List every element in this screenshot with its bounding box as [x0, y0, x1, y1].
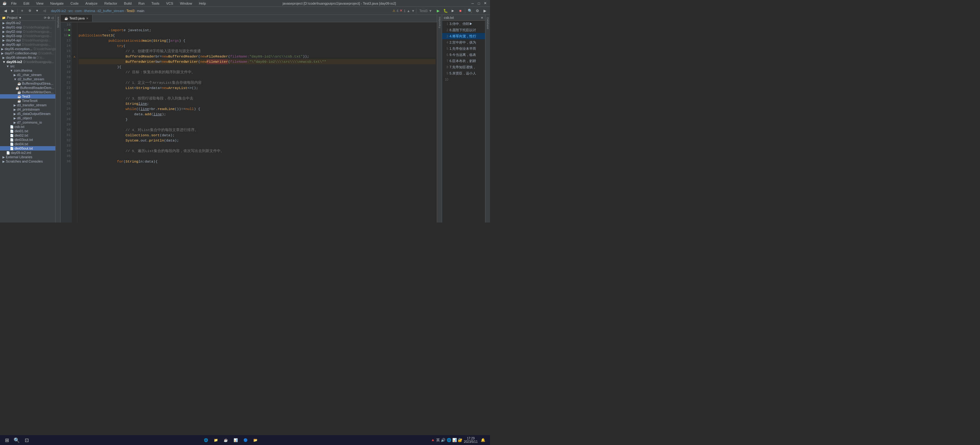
- tree-item-day02oop[interactable]: ▶ day02-oop D:\code\huangpuip...: [0, 29, 56, 34]
- tree-item-timetest4[interactable]: ☕ TimeTest4: [0, 98, 56, 103]
- nav-down-btn[interactable]: ▼: [411, 9, 415, 13]
- folder-icon: ▶: [3, 25, 5, 29]
- menu-tools[interactable]: Tools: [149, 1, 162, 6]
- tree-item-day05api[interactable]: ▶ day05-api D:\code\huangpuip...: [0, 42, 56, 47]
- tree-label: d1_char_stream: [17, 73, 42, 77]
- tree-item-day03oop[interactable]: ▶ day03-oop D:\code\huangpuip...: [0, 34, 56, 38]
- nav-up-btn[interactable]: ▲: [407, 9, 410, 13]
- menu-help[interactable]: Help: [196, 1, 208, 6]
- back-btn[interactable]: ◀: [2, 8, 9, 14]
- breadcrumb-item-4[interactable]: d2_buffer_stream: [97, 9, 124, 13]
- tree-item-bufferedinputstream[interactable]: ☕ BufferedInputStrea...: [0, 81, 56, 86]
- tree-item-dlei04[interactable]: 📄 dlei04.txt: [0, 142, 56, 146]
- code-content[interactable]: …import e javatoList; public class Test3…: [77, 22, 437, 223]
- maximize-btn[interactable]: □: [476, 1, 481, 6]
- menu-run[interactable]: Run: [136, 1, 147, 6]
- favorites-side-tab[interactable]: Favorites: [437, 15, 442, 223]
- code-line-20: // 1、定义一个ArrayList集合存储每段内容: [79, 80, 436, 85]
- menu-navigate[interactable]: Navigate: [48, 1, 66, 6]
- app-icon: ☕: [3, 1, 7, 5]
- project-dropdown-icon[interactable]: ▼: [19, 16, 22, 19]
- tree-item-d3transfer[interactable]: ▶ d3_transfer_stream: [0, 103, 56, 107]
- tab-test3-close[interactable]: ✕: [86, 17, 89, 20]
- tree-item-src[interactable]: ▼ src: [0, 64, 56, 68]
- breadcrumb-item-2[interactable]: com: [75, 9, 82, 13]
- forward-btn[interactable]: ▶: [9, 8, 16, 14]
- tree-item-d7commons[interactable]: ▶ d7_commons_io: [0, 120, 56, 125]
- project-panel-title: Project: [7, 16, 18, 19]
- tree-label: TimeTest4: [22, 99, 37, 103]
- tree-item-dlei03out[interactable]: 📄 dlei03out.txt: [0, 138, 56, 142]
- menu-view[interactable]: View: [34, 1, 46, 6]
- run-config-dropdown[interactable]: ▼: [429, 9, 432, 13]
- breadcrumb-item-0[interactable]: day09-io2: [51, 9, 66, 13]
- tree-item-comitheima[interactable]: ▼ com.itheima: [0, 68, 56, 73]
- window-controls[interactable]: ─ □ ✕: [470, 1, 487, 6]
- gear-btn[interactable]: ▼: [34, 8, 41, 14]
- debug-btn[interactable]: 🐛: [442, 8, 449, 14]
- search-btn[interactable]: 🔍: [466, 8, 473, 14]
- menu-code[interactable]: Code: [68, 1, 81, 6]
- chevron-left-icon[interactable]: ◁: [51, 16, 54, 19]
- settings-btn2[interactable]: ⚙: [474, 8, 481, 14]
- tree-item-dlei01[interactable]: 📄 dlei01.txt: [0, 129, 56, 133]
- stop-btn[interactable]: ■: [457, 8, 464, 14]
- tab-test3[interactable]: ☕ Test3.java ✕: [60, 15, 92, 22]
- breadcrumb-item-5[interactable]: Test3: [127, 9, 135, 13]
- tree-item-d2bufferstream[interactable]: ▼ d2_buffer_stream: [0, 77, 56, 81]
- code-line-19: [79, 75, 436, 80]
- collapse-btn[interactable]: ◁: [41, 8, 48, 14]
- tree-item-day09io2iml[interactable]: 📄 day09-io2.iml: [0, 150, 56, 155]
- folder-icon: ▶: [14, 121, 16, 124]
- right-close-icon[interactable]: ✕: [481, 16, 483, 19]
- minimize-btn[interactable]: ─: [470, 1, 475, 6]
- breadcrumb-item-6[interactable]: main: [137, 9, 145, 13]
- error-count: 1: [404, 9, 406, 13]
- tree-item-d1charstream[interactable]: ▶ d1_char_stream: [0, 73, 56, 77]
- menu-build[interactable]: Build: [122, 1, 134, 6]
- line-num-25: 25: [62, 101, 70, 106]
- menu-vcs[interactable]: VCS: [164, 1, 176, 6]
- tree-label: Test3: [22, 95, 30, 98]
- tree-item-day08stream[interactable]: ▶ day08-stream-file-io D:\c...: [0, 55, 56, 60]
- tree-item-extlibs[interactable]: ▶ External Libraries: [0, 155, 56, 159]
- breadcrumb-item-1[interactable]: src: [68, 9, 73, 13]
- run-btn[interactable]: ▶: [434, 8, 441, 14]
- tree-item-day07collection[interactable]: ▶ day07-collection-map D:\code\h...: [0, 51, 56, 55]
- tree-item-csbtxt[interactable]: 📄 csb.txt: [0, 125, 56, 129]
- tree-item-bufferedwriterdem[interactable]: ☕ BufferedWriterDem...: [0, 90, 56, 94]
- settings-btn[interactable]: ⚙: [26, 8, 33, 14]
- sync-icon[interactable]: ⟳: [44, 16, 46, 19]
- menu-window[interactable]: Window: [178, 1, 194, 6]
- folder-open-icon: ▼: [3, 60, 6, 64]
- tree-item-day01oop[interactable]: ▶ day01-oop D:\code\huangpuip...: [0, 25, 56, 29]
- tree-item-day04api[interactable]: ▶ day04-api D:\code\huangpuip...: [0, 38, 56, 42]
- tree-item-dlei05out[interactable]: 📄 dlei05out.txt: [0, 146, 56, 150]
- close-btn[interactable]: ✕: [482, 1, 487, 6]
- menu-file[interactable]: File: [9, 1, 19, 6]
- menu-edit[interactable]: Edit: [21, 1, 32, 6]
- project-view-btn[interactable]: ≡: [19, 8, 25, 14]
- structure-side-tab[interactable]: Structure: [56, 15, 60, 223]
- tree-item-scratches[interactable]: ▶ Scratches and Consoles: [0, 159, 56, 163]
- breadcrumb-item-3[interactable]: itheima: [84, 9, 95, 13]
- tree-item-dlei02[interactable]: 📄 dlei02.txt: [0, 133, 56, 138]
- code-line-31: System.out.println(data);: [79, 138, 436, 143]
- menu-analyze[interactable]: Analyze: [83, 1, 100, 6]
- coverage-btn[interactable]: ▶: [449, 8, 456, 14]
- code-editor[interactable]: 10 11▶ 12▶ 13 14 15 16 17 18 19 20 21 22…: [60, 22, 437, 223]
- tree-item-day09io2[interactable]: ▶ day09-io2: [0, 21, 56, 25]
- tree-item-d4printstream[interactable]: ▶ d4_printstream: [0, 107, 56, 112]
- more-btn[interactable]: ▶: [481, 8, 488, 14]
- tree-item-d6object[interactable]: ▶ d6_object: [0, 116, 56, 120]
- class-icon: ☕: [18, 82, 21, 85]
- tree-item-d5dataoutput[interactable]: ▶ d5_dataOutputStream: [0, 112, 56, 116]
- tree-item-test3[interactable]: ☕ Test3: [0, 94, 56, 98]
- tree-item-bufferedreaderdem[interactable]: ☕ BufferedReaderDem...: [0, 86, 56, 90]
- tree-item-day06exception[interactable]: ▶ day06-exception... D:\code\huangpuip..…: [0, 47, 56, 51]
- gear-icon[interactable]: ⚙: [47, 16, 50, 19]
- database-side-tab[interactable]: Database: [485, 15, 490, 223]
- tree-item-day09io2-main[interactable]: ▼ day09-io2 D:\code\huangpuip...: [0, 60, 56, 64]
- menu-refactor[interactable]: Refactor: [102, 1, 120, 6]
- code-line-12: public static void main(String[] args) {: [79, 38, 436, 43]
